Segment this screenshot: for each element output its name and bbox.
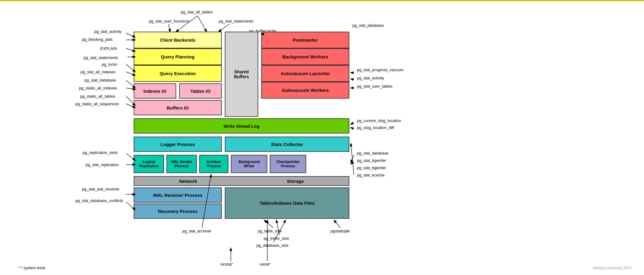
svg-line-25 — [351, 162, 354, 164]
label-pg-stat-statements-top: pg_stat_statements — [219, 19, 253, 23]
label-pg-stat-bgwriter1: pg_stat_bgwriter — [357, 158, 386, 163]
archiver-process-label: ArchiverProcess — [207, 160, 221, 168]
label-pg-stat-archiver: pg_stat_archiver — [182, 229, 211, 233]
footer-system-tools-text: * system tools — [21, 266, 46, 270]
label-pg-locks: pg_locks — [102, 62, 117, 67]
label-pg-stat-wal-receiver: pg_stat_wal_receiver — [82, 187, 119, 191]
label-pg-stat-all-tables: pg_stat_all_tables — [181, 10, 213, 14]
tables-indexes-label: Tables/Indexes Data Files — [259, 200, 314, 206]
wal-sender-label: WAL SenderProcess — [171, 160, 192, 168]
label-pg-replication-slots: pg_replication_slots — [83, 150, 118, 155]
logger-process-box: Logger Process — [134, 137, 222, 152]
shared-buffers-label: SharedBuffers — [234, 69, 249, 79]
autovacuum-launcher-box: Autovacuum Launcher — [261, 65, 349, 82]
label-pg-stat-all-indexes: pg_stat_all_indexes — [80, 70, 115, 74]
client-backends-label: Client Backends — [160, 37, 196, 43]
svg-line-17 — [219, 24, 229, 32]
write-ahead-log-box: Write Ahead Log — [134, 118, 349, 134]
nicstat-asterisk: * — [232, 262, 233, 266]
label-pg-database-size: pg_database_size — [256, 243, 289, 248]
indexes-io-box: Indexes IO — [134, 83, 176, 99]
label-pg-statio-all-sequences: pg_statio_all_sequences — [75, 102, 119, 106]
wal-receiver-label: WAL Receiver Process — [153, 193, 202, 198]
label-pg-blocking-pids: pg_blocking_pids — [82, 37, 112, 42]
background-workers-label: Background Workers — [282, 54, 328, 59]
svg-line-24 — [351, 155, 354, 162]
tables-io-label: Tables IO — [190, 89, 211, 94]
footer-system-tools: * * system tools — [18, 266, 46, 270]
svg-line-23 — [351, 127, 354, 129]
label-explain: EXPLAIN — [100, 46, 117, 51]
stats-collector-label: Stats Collector — [271, 142, 303, 147]
label-pg-stat-statements-left: pg_stat_statements — [84, 55, 118, 60]
background-writer-label: BackgroundWriter — [238, 160, 260, 168]
svg-line-28 — [264, 220, 273, 228]
checkpointer-process-label: CheckpointerProcess — [276, 160, 300, 168]
label-pg-statio-all-tables: pg_statio_all_tables — [80, 94, 115, 99]
label-pg-table-size: pg_table_size — [258, 229, 282, 233]
diagram-container: pg_stat_all_tables pg_stat_user_function… — [0, 1, 644, 275]
stats-collector-box: Stats Collector — [225, 137, 349, 152]
label-pg-stat-database-left: pg_stat_database — [84, 78, 116, 82]
autovacuum-workers-label: Autovacuum Workers — [282, 88, 329, 93]
footer-asterisk: * — [18, 266, 20, 270]
wal-sender-box: WAL SenderProcess — [166, 155, 197, 173]
background-workers-box: Background Workers — [261, 48, 349, 65]
label-pg-stat-kcache: pg_stat_kcache — [357, 173, 385, 177]
logger-process-label: Logger Process — [160, 142, 195, 147]
recovery-process-label: Recovery Process — [158, 209, 197, 214]
autovacuum-launcher-label: Autovacuum Launcher — [281, 71, 330, 76]
query-planning-label: Query Planning — [161, 54, 195, 59]
client-backends-box: Client Backends — [134, 32, 222, 48]
label-pg-stat-progress-vacuum: pg_stat_progress_vacuum — [357, 68, 403, 72]
svg-line-26 — [351, 144, 354, 175]
network-label: Network — [179, 179, 197, 184]
write-ahead-log-label: Write Ahead Log — [224, 124, 259, 129]
label-pg-xlog-location-diff: pg_xlog_location_diff — [357, 125, 394, 130]
label-pg-stat-activity: pg_stat_activity — [94, 29, 122, 34]
label-pg-stat-user-tables: pg_stat_user_tables — [357, 84, 392, 89]
label-pg-stat-bgwriter2: pg_stat_bgwriter — [357, 165, 386, 170]
wal-receiver-box: WAL Receiver Process — [134, 187, 222, 203]
label-pg-stat-replication: pg_stat_replication — [86, 162, 119, 167]
query-planning-box: Query Planning — [134, 48, 222, 65]
storage-label: Storage — [287, 179, 304, 184]
svg-line-22 — [351, 122, 354, 124]
checkpointer-process-box: CheckpointerProcess — [270, 155, 306, 173]
tables-io-box: Tables IO — [179, 83, 222, 99]
buffers-io-box: Buffers IO — [134, 100, 222, 115]
label-pg-statio-all-indexes: pg_statio_all_indexes — [79, 86, 117, 90]
svg-line-15 — [197, 16, 207, 32]
label-pg-stat-user-functions: pg_stat_user_functions — [149, 19, 190, 23]
svg-line-31 — [334, 220, 340, 228]
iostat-asterisk: * — [269, 262, 271, 266]
postmaster-box: Postmaster — [261, 32, 349, 48]
query-execution-box: Query Execution — [134, 65, 222, 82]
shared-buffers-box: SharedBuffers — [225, 32, 258, 117]
label-pg-stat-database-right: pg_stat_database — [357, 151, 388, 155]
logical-replication-label: LogicalReplication — [139, 160, 159, 168]
background-writer-box: BackgroundWriter — [231, 155, 267, 173]
recovery-process-box: Recovery Process — [134, 204, 222, 219]
autovacuum-workers-box: Autovacuum Workers — [261, 82, 349, 99]
logical-replication-box: LogicalReplication — [134, 155, 164, 173]
label-pg-stat-database-top: pg_stat_database — [352, 23, 384, 28]
svg-line-14 — [176, 16, 197, 32]
network-storage-band: Network Storage — [134, 176, 349, 186]
query-execution-label: Query Execution — [159, 71, 196, 76]
label-pg-index-size: pg_index_size — [264, 236, 289, 241]
buffers-io-label: Buffers IO — [167, 105, 189, 110]
tables-indexes-box: Tables/Indexes Data Files — [225, 187, 349, 219]
indexes-io-label: Indexes IO — [143, 89, 166, 94]
label-iostat: iostat* — [260, 262, 271, 266]
label-pg-stat-database-conflicts: pg_stat_database_conflicts — [75, 198, 123, 203]
label-pg-current-xlog-location: pg_current_xlog_location — [357, 118, 401, 123]
svg-line-16 — [169, 24, 170, 32]
postmaster-label: Postmaster — [293, 37, 318, 43]
label-pgstattuple: pgstattuple — [331, 229, 350, 233]
label-nicstat: nicstat* — [220, 262, 233, 266]
footer-credit: Alexey Lesovsky 2017 — [593, 266, 632, 270]
label-pg-stat-activity-right: pg_stat_activity — [357, 76, 384, 80]
archiver-process-box: ArchiverProcess — [199, 155, 228, 173]
svg-line-20 — [351, 79, 354, 80]
